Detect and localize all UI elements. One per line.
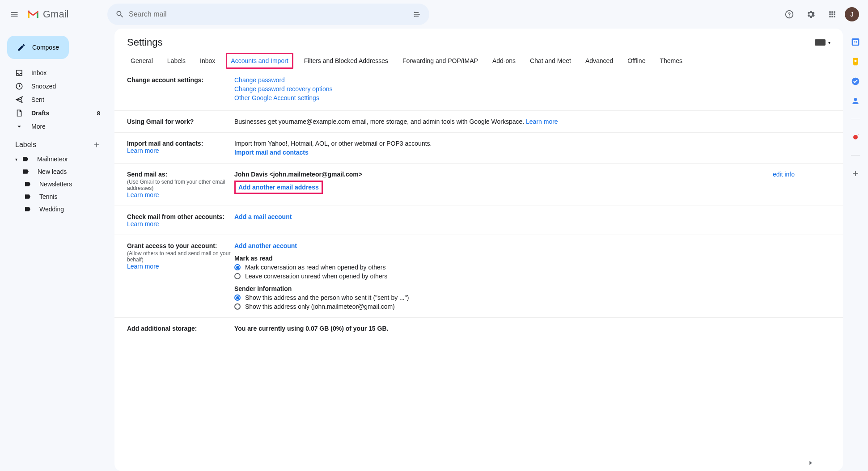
label-icon [24, 206, 31, 213]
drafts-count: 8 [97, 110, 100, 117]
link-change-recovery[interactable]: Change password recovery options [234, 85, 332, 93]
section-work: Using Gmail for work? Businesses get you… [114, 111, 843, 133]
page-title: Settings [127, 37, 163, 48]
label-mailmeteor[interactable]: ▾ Mailmeteor [4, 153, 111, 165]
label-text: Mailmeteor [37, 156, 68, 163]
nav-label: Snoozed [31, 83, 56, 90]
chevron-down-icon: ▾ [828, 40, 830, 45]
svg-text:31: 31 [854, 40, 857, 44]
nav-snoozed[interactable]: Snoozed [4, 80, 111, 93]
contacts-app-icon[interactable] [851, 97, 860, 105]
tab-advanced[interactable]: Advanced [582, 53, 617, 69]
keep-app-icon[interactable] [851, 57, 860, 66]
labels-title: Labels [15, 141, 36, 149]
side-panel: 31 [843, 29, 868, 471]
gmail-logo[interactable]: Gmail [27, 8, 107, 20]
search-icon[interactable] [111, 5, 129, 23]
pencil-icon [17, 43, 26, 52]
calendar-app-icon[interactable]: 31 [851, 38, 860, 46]
labels-header: Labels [4, 133, 111, 153]
support-button[interactable] [780, 5, 798, 23]
tab-forwarding[interactable]: Forwarding and POP/IMAP [399, 53, 482, 69]
section-storage: Add additional storage: You are currentl… [114, 318, 843, 339]
link-add-another-account[interactable]: Add another account [234, 242, 297, 249]
caret-icon: ▾ [15, 157, 17, 162]
send-as-identity: John Davis <john.mailmeteor@gmail.com> [234, 171, 362, 178]
sidebar: Compose Inbox Snoozed Sent Drafts [0, 29, 114, 471]
radio-show-both[interactable]: Show this address and the person who sen… [234, 294, 830, 301]
nav-drafts[interactable]: Drafts 8 [4, 106, 111, 120]
header: Gmail J [0, 0, 868, 29]
label-new-leads[interactable]: New leads [4, 165, 111, 178]
nav-sent[interactable]: Sent [4, 93, 111, 106]
tab-accounts-import[interactable]: Accounts and Import [226, 53, 293, 69]
tab-addons[interactable]: Add-ons [489, 53, 519, 69]
label-tennis[interactable]: Tennis [4, 190, 111, 203]
tab-labels[interactable]: Labels [164, 53, 189, 69]
link-other-settings[interactable]: Other Google Account settings [234, 94, 319, 101]
tab-offline[interactable]: Offline [624, 53, 649, 69]
label-wedding[interactable]: Wedding [4, 203, 111, 215]
nav-more[interactable]: More [4, 120, 111, 133]
label-text: Wedding [39, 206, 64, 213]
main-menu-button[interactable] [4, 4, 25, 25]
tab-chat-meet[interactable]: Chat and Meet [526, 53, 575, 69]
tab-filters[interactable]: Filters and Blocked Addresses [301, 53, 392, 69]
apps-icon [828, 10, 837, 19]
link-change-password[interactable]: Change password [234, 76, 285, 84]
link-learn-more-grant[interactable]: Learn more [127, 263, 159, 270]
search-bar[interactable] [107, 4, 429, 25]
link-add-mail-account[interactable]: Add a mail account [234, 213, 292, 220]
radio-icon [234, 264, 241, 270]
section-send-as: Send mail as: (Use Gmail to send from yo… [114, 164, 843, 206]
link-edit-info[interactable]: edit info [773, 171, 795, 178]
side-divider [851, 119, 860, 119]
addon-icon[interactable] [851, 133, 860, 142]
add-label-button[interactable] [90, 139, 103, 151]
compose-label: Compose [32, 44, 59, 51]
radio-mark-read[interactable]: Mark conversation as read when opened by… [234, 264, 830, 271]
radio-show-only[interactable]: Show this address only (john.mailmeteor@… [234, 303, 830, 310]
search-input[interactable] [129, 10, 408, 18]
radio-leave-unread[interactable]: Leave conversation unread when opened by… [234, 273, 830, 280]
tasks-app-icon[interactable] [851, 77, 860, 86]
svg-point-7 [855, 60, 857, 62]
link-learn-more-sendas[interactable]: Learn more [127, 191, 159, 198]
inbox-icon [15, 69, 23, 77]
radio-label: Show this address and the person who sen… [245, 294, 409, 301]
main-content: Settings ▾ General Labels Inbox Accounts… [114, 29, 843, 471]
section-subtitle: (Allow others to read and send mail on y… [127, 250, 234, 263]
logo-text: Gmail [43, 8, 68, 20]
help-icon [784, 9, 794, 19]
link-learn-more-check[interactable]: Learn more [127, 220, 159, 227]
link-add-email-address[interactable]: Add another email address [238, 184, 319, 191]
radio-label: Mark conversation as read when opened by… [245, 264, 385, 271]
sender-info-title: Sender information [234, 285, 830, 292]
get-addons-button[interactable] [851, 169, 860, 178]
label-newsletters[interactable]: Newsletters [4, 178, 111, 190]
link-learn-more-import[interactable]: Learn more [127, 147, 159, 154]
link-learn-more-work[interactable]: Learn more [526, 118, 558, 125]
tab-inbox[interactable]: Inbox [196, 53, 219, 69]
section-title: Grant access to your account: [127, 242, 234, 249]
plus-icon [93, 141, 101, 149]
account-avatar[interactable]: J [845, 7, 859, 21]
svg-point-9 [854, 98, 857, 101]
tab-themes[interactable]: Themes [656, 53, 686, 69]
search-options-icon[interactable] [408, 5, 426, 23]
link-import-action[interactable]: Import mail and contacts [234, 149, 309, 156]
input-tools-selector[interactable]: ▾ [815, 39, 830, 46]
side-panel-expand-button[interactable] [807, 459, 814, 467]
radio-icon [234, 303, 241, 310]
chevron-down-icon [15, 122, 23, 130]
apps-button[interactable] [823, 5, 841, 23]
nav-inbox[interactable]: Inbox [4, 66, 111, 80]
section-change-account: Change account settings: Change password… [114, 69, 843, 111]
svg-point-0 [414, 12, 415, 13]
gear-icon [806, 9, 816, 19]
tab-general[interactable]: General [127, 53, 157, 69]
radio-label: Leave conversation unread when opened by… [245, 273, 387, 280]
compose-button[interactable]: Compose [7, 36, 69, 59]
side-divider [851, 155, 860, 156]
settings-button[interactable] [802, 5, 820, 23]
